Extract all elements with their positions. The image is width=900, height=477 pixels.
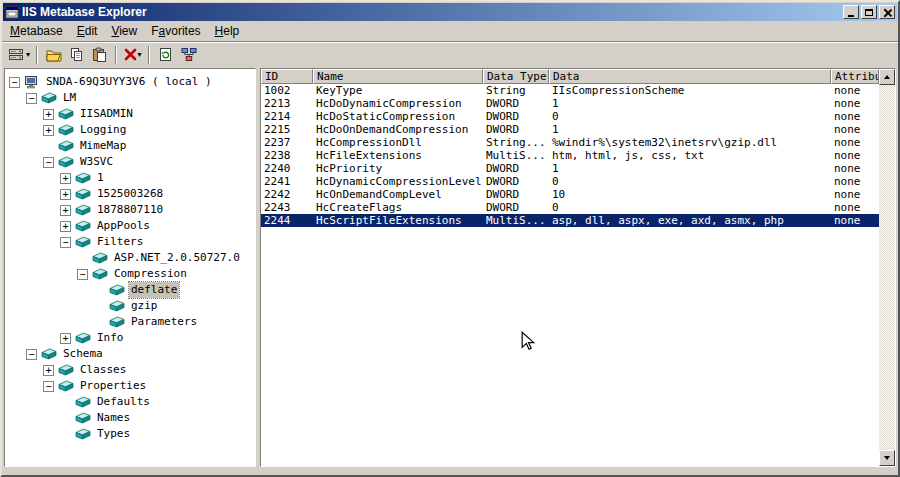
delete-button[interactable]: ▾ <box>121 44 144 66</box>
tree-item-label: 1525003268 <box>95 186 165 202</box>
tree-item-1525003268[interactable]: +1525003268 <box>5 186 255 202</box>
table-row[interactable]: 2237HcCompressionDllString...%windir%\sy… <box>261 136 879 149</box>
cell-data: 0 <box>549 175 831 188</box>
collapse-icon[interactable]: − <box>43 157 54 168</box>
collapse-icon[interactable]: − <box>60 237 71 248</box>
paste-button[interactable] <box>88 44 111 66</box>
tree-item-schema[interactable]: −Schema <box>5 346 255 362</box>
node-icon <box>41 348 57 360</box>
column-header-name[interactable]: Name <box>313 69 483 84</box>
expand-icon[interactable]: + <box>43 109 54 120</box>
tree-item-w3svc[interactable]: −W3SVC <box>5 154 255 170</box>
collapse-icon[interactable]: − <box>77 269 88 280</box>
collapse-icon[interactable]: − <box>26 93 37 104</box>
table-row[interactable]: 2241HcDynamicCompressionLevelDWORD0none <box>261 175 879 188</box>
dropdown-arrow-icon: ▾ <box>26 50 30 59</box>
expand-icon[interactable]: + <box>60 205 71 216</box>
collapse-icon[interactable]: − <box>43 381 54 392</box>
cell-data: %windir%\system32\inetsrv\gzip.dll <box>549 136 831 149</box>
refresh-button[interactable] <box>154 44 177 66</box>
table-row[interactable]: 2238HcFileExtensionsMultiS...htm, html, … <box>261 149 879 162</box>
expand-icon[interactable]: + <box>43 365 54 376</box>
copy-button[interactable] <box>65 44 88 66</box>
tree-item-gzip[interactable]: gzip <box>5 298 255 314</box>
table-row[interactable]: 2243HcCreateFlagsDWORD0none <box>261 201 879 214</box>
tree-item-names[interactable]: Names <box>5 410 255 426</box>
tree-item-logging[interactable]: +Logging <box>5 122 255 138</box>
tree-item-1878807110[interactable]: +1878807110 <box>5 202 255 218</box>
menu-item-view[interactable]: View <box>104 21 144 41</box>
network-button[interactable] <box>177 44 200 66</box>
menu-item-edit[interactable]: Edit <box>70 21 105 41</box>
tree-item-label: deflate <box>129 282 179 298</box>
column-header-id[interactable]: ID <box>261 69 313 84</box>
tree-item-mimemap[interactable]: MimeMap <box>5 138 255 154</box>
connect-server-icon <box>8 47 25 62</box>
table-body[interactable]: 1002KeyTypeStringIIsCompressionSchemenon… <box>261 84 879 466</box>
table-row[interactable]: 2244HcScriptFileExtensionsMultiS...asp, … <box>261 214 879 227</box>
minimize-button[interactable] <box>843 5 859 19</box>
close-icon <box>883 8 892 17</box>
tree-item-info[interactable]: +Info <box>5 330 255 346</box>
node-icon <box>58 380 74 392</box>
cell-data-type: String... <box>483 136 549 149</box>
tree-item-classes[interactable]: +Classes <box>5 362 255 378</box>
table-row[interactable]: 2242HcOnDemandCompLevelDWORD10none <box>261 188 879 201</box>
expand-icon[interactable]: + <box>60 189 71 200</box>
expand-icon[interactable]: + <box>43 125 54 136</box>
title-bar[interactable]: IIS Metabase Explorer <box>3 3 897 21</box>
menu-item-metabase[interactable]: Metabase <box>3 21 70 41</box>
table-row[interactable]: 1002KeyTypeStringIIsCompressionSchemenon… <box>261 84 879 97</box>
tree-item-label: Types <box>95 426 132 442</box>
tree-item-filters[interactable]: −Filters <box>5 234 255 250</box>
tree-item-apppools[interactable]: +AppPools <box>5 218 255 234</box>
scroll-up-button[interactable] <box>879 69 895 85</box>
tree-item-label: gzip <box>129 298 160 314</box>
cell-data: htm, html, js, css, txt <box>549 149 831 162</box>
node-icon <box>58 364 74 376</box>
copy-icon <box>69 47 84 62</box>
open-folder-button[interactable] <box>42 44 65 66</box>
tree-item-types[interactable]: Types <box>5 426 255 442</box>
table-row[interactable]: 2213HcDoDynamicCompressionDWORD1none <box>261 97 879 110</box>
connect-server-button[interactable]: ▾ <box>6 44 32 66</box>
tree-item-asp-net-2-0-50727-0[interactable]: ASP.NET_2.0.50727.0 <box>5 250 255 266</box>
tree-item-lm[interactable]: −LM <box>5 90 255 106</box>
tree-item-compression[interactable]: −Compression <box>5 266 255 282</box>
cell-attributes: none <box>831 110 879 123</box>
maximize-icon <box>865 9 873 16</box>
table-row[interactable]: 2240HcPriorityDWORD1none <box>261 162 879 175</box>
tree-item-defaults[interactable]: Defaults <box>5 394 255 410</box>
table-row[interactable]: 2215HcDoOnDemandCompressionDWORD1none <box>261 123 879 136</box>
expand-icon[interactable]: + <box>60 221 71 232</box>
tree-item-properties[interactable]: −Properties <box>5 378 255 394</box>
tree-item-1[interactable]: +1 <box>5 170 255 186</box>
collapse-icon[interactable]: − <box>26 349 37 360</box>
tree-item-label: Names <box>95 410 132 426</box>
toolbar-separator <box>148 46 150 64</box>
scroll-down-button[interactable] <box>879 450 895 466</box>
main-area: −SNDA-69Q3UYY3V6 ( local )−LM+IISADMIN+L… <box>4 68 896 467</box>
cell-data-type: String <box>483 84 549 97</box>
computer-icon <box>24 75 40 89</box>
tree-item-label: ASP.NET_2.0.50727.0 <box>112 250 242 266</box>
expand-icon[interactable]: + <box>60 333 71 344</box>
cell-data: asp, dll, aspx, exe, axd, asmx, php <box>549 214 831 227</box>
tree-panel[interactable]: −SNDA-69Q3UYY3V6 ( local )−LM+IISADMIN+L… <box>4 68 256 467</box>
column-header-data[interactable]: Data <box>549 69 831 84</box>
vertical-scrollbar[interactable] <box>879 69 895 466</box>
tree-item-iisadmin[interactable]: +IISADMIN <box>5 106 255 122</box>
table-row[interactable]: 2214HcDoStaticCompressionDWORD0none <box>261 110 879 123</box>
close-button[interactable] <box>879 5 895 19</box>
column-header-attributes[interactable]: Attributes <box>831 69 879 84</box>
collapse-icon[interactable]: − <box>9 77 20 88</box>
tree-item-deflate[interactable]: deflate <box>5 282 255 298</box>
menu-item-help[interactable]: Help <box>208 21 247 41</box>
expand-icon[interactable]: + <box>60 173 71 184</box>
column-header-data-type[interactable]: Data Type <box>483 69 549 84</box>
tree-item-snda-69q3uyy3v6-local[interactable]: −SNDA-69Q3UYY3V6 ( local ) <box>5 74 255 90</box>
menu-item-favorites[interactable]: Favorites <box>144 21 207 41</box>
cell-id: 2215 <box>261 123 313 136</box>
maximize-button[interactable] <box>861 5 877 19</box>
tree-item-parameters[interactable]: Parameters <box>5 314 255 330</box>
